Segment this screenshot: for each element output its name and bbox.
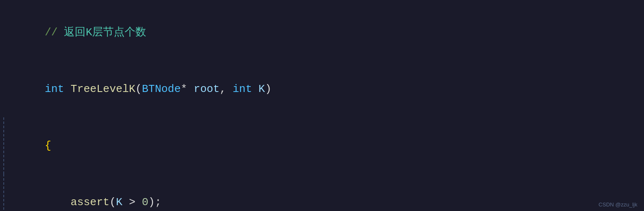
- func-name: TreeLevelK: [71, 83, 135, 95]
- param-k: K: [259, 83, 265, 95]
- code-line-open-brace: {: [0, 117, 644, 174]
- dashed-line-2: [3, 174, 4, 211]
- watermark: CSDN @zzu_ljk: [599, 201, 637, 208]
- open-brace: {: [45, 139, 51, 152]
- code-editor: // 返回K层节点个数 int TreeLevelK(BTNode* root,…: [0, 0, 644, 211]
- param-type-btnode: BTNode: [142, 83, 181, 95]
- code-content-sig: int TreeLevelK(BTNode* root, int K): [2, 62, 644, 117]
- code-content-assert: assert(K > 0);: [2, 175, 644, 211]
- dashed-line-1: [3, 117, 4, 174]
- code-line-comment: // 返回K层节点个数: [0, 4, 644, 61]
- comment-text: 返回K层节点个数: [64, 26, 146, 39]
- keyword-int: int: [45, 83, 64, 95]
- code-content-comment: // 返回K层节点个数: [2, 5, 644, 60]
- assert-func: assert: [71, 196, 110, 209]
- comment-slashes: //: [45, 26, 64, 39]
- code-line-signature: int TreeLevelK(BTNode* root, int K): [0, 61, 644, 117]
- code-content-brace: {: [2, 118, 644, 173]
- param-root: root: [194, 83, 220, 95]
- code-line-assert: assert(K > 0);: [0, 174, 644, 211]
- param-type-int: int: [233, 83, 252, 95]
- paren-open: (: [135, 83, 142, 95]
